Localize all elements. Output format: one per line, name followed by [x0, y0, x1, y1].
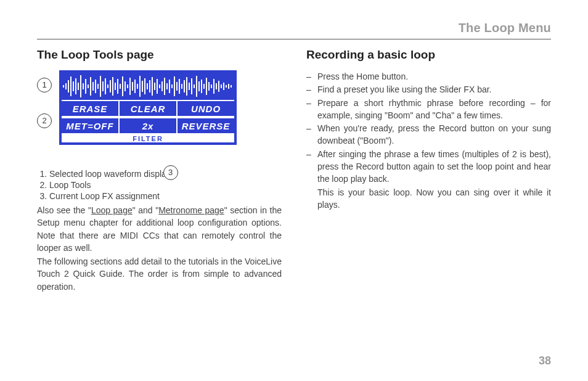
step-item: Find a preset you like using the Slider … — [306, 83, 551, 96]
svg-rect-43 — [166, 83, 168, 89]
svg-rect-67 — [226, 85, 227, 88]
svg-rect-15 — [97, 84, 99, 89]
trailing-paragraph: This is your basic loop. Now you can sin… — [306, 186, 551, 211]
svg-rect-33 — [142, 81, 143, 92]
svg-rect-11 — [88, 84, 89, 88]
callout-1: 1 — [37, 78, 52, 92]
loop-tools-screenshot: ERASE CLEAR UNDO MET=OFF 2x REVERSE FILT… — [59, 70, 237, 145]
svg-rect-20 — [110, 80, 111, 92]
clear-button: CLEAR — [119, 100, 177, 117]
svg-rect-8 — [80, 75, 81, 97]
svg-rect-44 — [169, 80, 170, 93]
svg-rect-63 — [216, 83, 217, 89]
svg-rect-12 — [90, 77, 91, 96]
paragraph: The following sections add detail to the… — [37, 255, 282, 293]
page-number: 38 — [539, 354, 551, 367]
step-item: When you're ready, press the Record butt… — [306, 122, 551, 147]
section-title: The Loop Menu — [37, 21, 551, 35]
svg-rect-39 — [157, 79, 158, 94]
loop-tools-row-2: MET=OFF 2x REVERSE — [62, 117, 234, 134]
svg-rect-2 — [65, 83, 67, 89]
metronome-button: MET=OFF — [62, 117, 119, 134]
diagram-legend: Selected loop waveform display Loop Tool… — [37, 168, 282, 202]
svg-rect-37 — [152, 77, 153, 96]
link-loop-page[interactable]: Loop page — [91, 205, 133, 215]
svg-rect-68 — [228, 84, 229, 89]
link-metronome-page[interactable]: Metronome page — [158, 205, 224, 215]
page-header: The Loop Menu — [37, 21, 551, 39]
svg-rect-22 — [115, 83, 116, 90]
svg-rect-61 — [211, 84, 212, 88]
svg-rect-36 — [149, 80, 150, 92]
legend-item: Loop Tools — [49, 179, 282, 190]
svg-rect-25 — [122, 76, 123, 96]
svg-rect-52 — [189, 83, 190, 90]
svg-rect-59 — [206, 78, 207, 95]
step-item: Prepare a short rhythmic phrase before r… — [306, 97, 551, 122]
svg-rect-9 — [83, 83, 84, 89]
svg-rect-64 — [218, 81, 219, 92]
svg-rect-50 — [184, 80, 185, 92]
svg-rect-54 — [194, 84, 195, 88]
content-columns: The Loop Tools page 1 2 ERASE — [37, 48, 551, 294]
text: " and " — [133, 205, 158, 215]
svg-rect-40 — [159, 84, 160, 88]
reverse-button: REVERSE — [177, 117, 234, 134]
svg-rect-57 — [201, 80, 202, 93]
svg-rect-30 — [134, 80, 136, 93]
svg-rect-18 — [105, 78, 106, 94]
steps-list: Press the Home button. Find a preset you… — [306, 70, 551, 186]
svg-rect-28 — [129, 78, 131, 95]
manual-page: The Loop Menu The Loop Tools page 1 2 — [0, 0, 588, 381]
svg-rect-4 — [70, 76, 71, 96]
erase-button: ERASE — [62, 100, 119, 117]
svg-rect-58 — [203, 84, 205, 89]
text: Also see the " — [37, 205, 91, 215]
step-item: After singing the phrase a few times (mu… — [306, 148, 551, 186]
loop-tools-row-1: ERASE CLEAR UNDO — [62, 100, 234, 117]
speed-button: 2x — [119, 117, 177, 134]
paragraph: Also see the "Loop page" and "Metronome … — [37, 204, 282, 254]
svg-rect-45 — [171, 84, 173, 88]
right-heading: Recording a basic loop — [306, 48, 551, 62]
left-body: Also see the "Loop page" and "Metronome … — [37, 204, 282, 293]
svg-rect-3 — [68, 80, 69, 92]
svg-rect-21 — [112, 77, 113, 96]
svg-rect-60 — [208, 82, 210, 91]
svg-rect-35 — [147, 83, 148, 89]
svg-rect-46 — [174, 76, 175, 96]
svg-rect-24 — [120, 84, 121, 89]
waveform-display — [62, 73, 234, 100]
svg-rect-26 — [125, 81, 126, 91]
svg-rect-41 — [161, 81, 163, 91]
svg-rect-32 — [139, 76, 141, 97]
legend-item: Current Loop FX assignment — [49, 190, 282, 202]
waveform-icon — [62, 73, 234, 100]
svg-rect-10 — [85, 79, 86, 94]
svg-rect-38 — [154, 83, 155, 90]
svg-rect-34 — [144, 78, 145, 94]
svg-rect-23 — [117, 79, 118, 94]
svg-rect-7 — [78, 83, 79, 90]
svg-rect-69 — [231, 85, 232, 88]
svg-rect-19 — [107, 84, 108, 88]
svg-rect-6 — [75, 78, 76, 94]
svg-rect-16 — [100, 76, 101, 97]
svg-rect-29 — [132, 82, 133, 91]
svg-rect-31 — [137, 84, 138, 89]
svg-rect-47 — [176, 82, 178, 91]
svg-rect-1 — [63, 85, 64, 88]
right-column: Recording a basic loop Press the Home bu… — [306, 48, 551, 294]
svg-rect-17 — [102, 81, 104, 91]
svg-rect-56 — [198, 81, 200, 91]
svg-rect-42 — [164, 78, 165, 95]
svg-rect-66 — [223, 83, 224, 90]
svg-rect-55 — [196, 76, 197, 97]
left-heading: The Loop Tools page — [37, 48, 282, 62]
svg-rect-27 — [127, 84, 128, 88]
loop-fx-assignment: FILTER — [62, 134, 234, 142]
step-item: Press the Home button. — [306, 70, 551, 83]
svg-rect-53 — [191, 78, 192, 94]
svg-rect-14 — [95, 80, 96, 93]
undo-button: UNDO — [177, 100, 234, 117]
